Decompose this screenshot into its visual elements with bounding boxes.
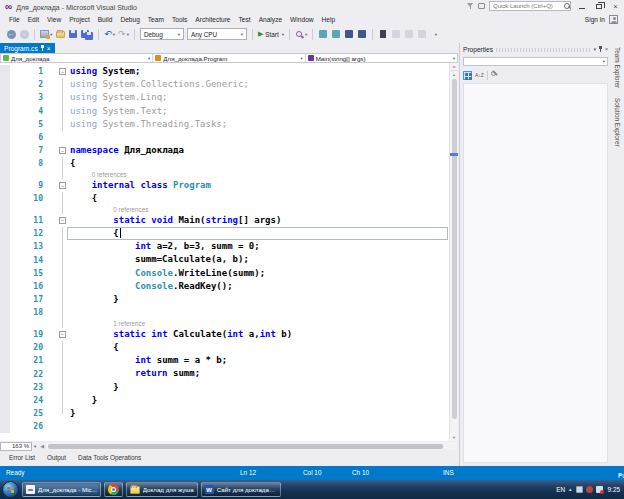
tray-volume-icon[interactable] [586, 486, 593, 493]
breakpoint-margin[interactable] [0, 354, 10, 367]
menu-view[interactable]: View [43, 16, 65, 23]
menu-edit[interactable]: Edit [24, 16, 43, 23]
code-line[interactable]: 19− static int Calculate(int a,int b) [0, 328, 458, 341]
clock[interactable]: 9:25 [608, 486, 620, 493]
language-indicator[interactable]: EN [556, 486, 565, 493]
editor-zoom-dropdown[interactable]: 163 % [0, 442, 32, 451]
panel-tab-output[interactable]: Output [42, 453, 71, 462]
breakpoint-margin[interactable] [0, 280, 10, 293]
side-tab-solution-explorer[interactable]: Solution Explorer [614, 98, 621, 147]
window-position-dropdown-icon[interactable]: ▾ [594, 46, 597, 52]
code-line[interactable]: 23 } [0, 381, 458, 394]
code-line[interactable]: 14 summ=Calculate(a, b); [0, 253, 458, 266]
code-text[interactable]: int a=2, b=3, summ = 0; [67, 240, 458, 253]
horizontal-scrollbar[interactable] [46, 442, 457, 450]
code-text[interactable]: } [67, 381, 458, 394]
code-text[interactable]: static int Calculate(int a,int b) [67, 328, 458, 341]
code-line[interactable]: 25} [0, 407, 458, 420]
breakpoint-margin[interactable] [0, 319, 10, 328]
quick-launch-input[interactable] [489, 1, 571, 11]
code-text[interactable]: using System.Threading.Tasks; [67, 118, 458, 131]
scroll-down-arrow[interactable]: ▼ [450, 435, 458, 440]
vertical-scroll-thumb[interactable] [452, 79, 457, 419]
taskbar-button-3[interactable]: WСайт для доклада п... [201, 482, 281, 497]
collapse-region-icon[interactable]: − [59, 68, 66, 75]
menu-build[interactable]: Build [94, 16, 117, 23]
taskbar-button-2[interactable]: Доклад для жуша [126, 482, 198, 497]
breakpoint-margin[interactable] [0, 328, 10, 341]
menu-architecture[interactable]: Architecture [191, 16, 234, 23]
menu-debug[interactable]: Debug [116, 16, 143, 23]
breakpoint-margin[interactable] [0, 192, 10, 205]
code-text[interactable]: } [67, 407, 458, 420]
code-text[interactable]: summ=Calculate(a, b); [67, 253, 458, 266]
breakpoint-margin[interactable] [0, 253, 10, 266]
code-line[interactable]: 22 return summ; [0, 367, 458, 380]
code-line[interactable]: 20 { [0, 341, 458, 354]
breakpoint-margin[interactable] [0, 171, 10, 180]
next-bookmark-button[interactable] [404, 28, 414, 40]
alphabetical-sort-button[interactable]: A↓Z [475, 72, 484, 78]
feedback-icon[interactable] [478, 3, 485, 9]
navigate-forward-button[interactable]: → [19, 28, 29, 40]
properties-close-icon[interactable]: × [605, 46, 608, 52]
panel-tab-error-list[interactable]: Error List [4, 453, 40, 462]
show-hidden-icons-arrow[interactable]: ▲ [568, 487, 572, 492]
menu-window[interactable]: Window [286, 16, 317, 23]
toggle-bookmark-button[interactable] [378, 28, 388, 40]
find-in-files-button[interactable]: ▾ [295, 28, 307, 40]
start-debug-button[interactable]: ▶ Start ▾ [258, 30, 284, 38]
code-line[interactable]: 15 Console.WriteLine(summ); [0, 267, 458, 280]
code-text[interactable]: { [67, 227, 448, 240]
breakpoint-margin[interactable] [0, 341, 10, 354]
reference-count[interactable]: 0 references [113, 206, 148, 213]
comment-button[interactable] [318, 28, 328, 40]
menu-team[interactable]: Team [144, 16, 168, 23]
breakpoint-margin[interactable] [0, 240, 10, 253]
clear-bookmarks-button[interactable] [417, 28, 427, 40]
code-text[interactable]: return summ; [67, 367, 458, 380]
breakpoint-margin[interactable] [0, 105, 10, 118]
categorized-view-button[interactable] [463, 71, 472, 80]
tab-close-icon[interactable]: × [47, 45, 51, 52]
code-line[interactable]: 5using System.Threading.Tasks; [0, 118, 458, 131]
undo-button[interactable]: ↶▾ [104, 28, 115, 40]
save-button[interactable] [68, 28, 78, 40]
reference-count[interactable]: 0 references [92, 171, 127, 178]
scroll-up-arrow[interactable]: ▲ [450, 72, 458, 77]
menu-test[interactable]: Test [235, 16, 255, 23]
properties-object-dropdown[interactable]: ▾ [463, 57, 608, 66]
close-button[interactable]: × [609, 1, 622, 11]
breakpoint-margin[interactable] [0, 91, 10, 104]
nav-dropdown-1[interactable]: Для_доклада.Program▾ [153, 54, 305, 62]
collapse-region-icon[interactable]: − [59, 217, 66, 224]
editor-vertical-scrollbar[interactable]: = ▲ ▼ [449, 63, 458, 441]
code-text[interactable]: using System.Collections.Generic; [67, 78, 458, 91]
code-text[interactable]: internal class Program [67, 179, 458, 192]
breakpoint-margin[interactable] [0, 131, 10, 144]
code-text[interactable]: using System; [67, 65, 458, 78]
breakpoint-margin[interactable] [0, 306, 10, 319]
code-text[interactable]: int summ = a * b; [67, 354, 458, 367]
breakpoint-margin[interactable] [0, 407, 10, 420]
breakpoint-margin[interactable] [0, 367, 10, 380]
side-tab-team-explorer[interactable]: Team Explorer [614, 47, 621, 88]
redo-button[interactable]: ↷▾ [118, 28, 129, 40]
code-line[interactable]: 3using System.Linq; [0, 91, 458, 104]
code-text[interactable]: { [67, 341, 458, 354]
taskbar-button-0[interactable]: ∞Для_доклада - Mic... [22, 482, 101, 497]
code-line[interactable]: 21 int summ = a * b; [0, 354, 458, 367]
new-project-button[interactable]: ▾ [40, 28, 52, 40]
code-text[interactable]: static void Main(string[] args) [67, 214, 458, 227]
codelens-row[interactable]: 1 reference [0, 319, 458, 328]
breakpoint-margin[interactable] [0, 118, 10, 131]
uncomment-button[interactable] [331, 28, 341, 40]
property-pages-button[interactable] [491, 71, 499, 79]
code-text[interactable]: using System.Text; [67, 105, 458, 118]
tray-display-icon[interactable] [576, 486, 583, 493]
code-line[interactable]: 9− internal class Program [0, 179, 458, 192]
breakpoint-margin[interactable] [0, 144, 10, 157]
menu-project[interactable]: Project [65, 16, 94, 23]
code-line[interactable]: 4using System.Text; [0, 105, 458, 118]
codelens-row[interactable]: 0 references [0, 171, 458, 180]
